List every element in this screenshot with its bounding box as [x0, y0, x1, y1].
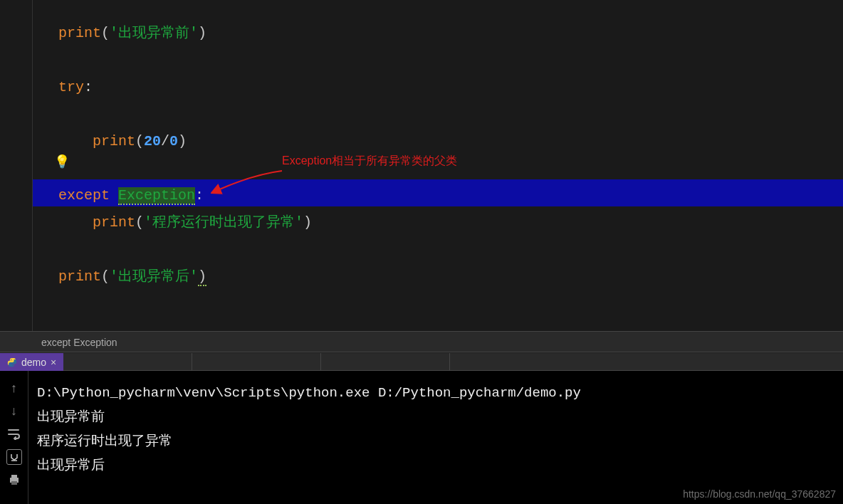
- console-line: 程序运行时出现了异常: [37, 429, 834, 453]
- fn-print: print: [58, 25, 101, 41]
- console-toolbar: ↑ ↓: [0, 371, 28, 504]
- close-icon[interactable]: ×: [51, 357, 56, 368]
- fn-print: print: [93, 133, 135, 149]
- kw-except: except: [58, 187, 110, 204]
- arrow-down-icon[interactable]: ↓: [6, 404, 22, 419]
- console-pane: ↑ ↓ D:\Python_pycharm\venv\Scripts\pytho…: [0, 371, 843, 504]
- fn-print: print: [93, 214, 135, 231]
- op-div: /: [161, 133, 169, 149]
- string-literal: '出现异常后': [110, 268, 198, 285]
- console-output[interactable]: D:\Python_pycharm\venv\Scripts\python.ex…: [28, 371, 843, 504]
- code-editor-pane: 💡 Exception相当于所有异常类的父类 print('出现异常前') tr…: [0, 0, 843, 331]
- annotation-arrow: [211, 167, 289, 196]
- exception-class[interactable]: Exception: [118, 187, 195, 205]
- editor-gutter: [0, 0, 33, 331]
- code-area[interactable]: 💡 Exception相当于所有异常类的父类 print('出现异常前') tr…: [33, 0, 843, 331]
- scroll-to-end-icon[interactable]: [6, 449, 22, 465]
- svg-rect-2: [11, 481, 17, 485]
- soft-wrap-icon[interactable]: [6, 426, 22, 442]
- run-tool-tabs: demo ×: [0, 353, 843, 371]
- console-line: 出现异常前: [37, 405, 834, 429]
- num-literal: 0: [169, 133, 178, 149]
- svg-rect-1: [11, 475, 17, 478]
- console-line: 出现异常后: [37, 453, 834, 478]
- run-tab-label: demo: [21, 357, 46, 368]
- num-literal: 20: [144, 133, 161, 149]
- console-line: D:\Python_pycharm\venv\Scripts\python.ex…: [37, 381, 834, 405]
- run-tab-demo[interactable]: demo ×: [0, 353, 63, 371]
- python-icon: [7, 357, 17, 367]
- print-icon[interactable]: [6, 472, 22, 488]
- kw-try: try: [58, 79, 84, 95]
- string-literal: '出现异常前': [110, 25, 198, 41]
- fn-print: print: [58, 268, 101, 285]
- watermark: https://blog.csdn.net/qq_37662827: [683, 488, 836, 500]
- intention-bulb-icon[interactable]: 💡: [54, 154, 70, 169]
- colon: :: [84, 79, 93, 95]
- breadcrumb[interactable]: except Exception: [0, 331, 843, 352]
- annotation-text: Exception相当于所有异常类的父类: [282, 154, 457, 169]
- string-literal: '程序运行时出现了异常': [144, 214, 303, 231]
- paren-open: (: [101, 25, 110, 41]
- paren-close: ): [198, 25, 206, 41]
- arrow-up-icon[interactable]: ↑: [6, 381, 22, 397]
